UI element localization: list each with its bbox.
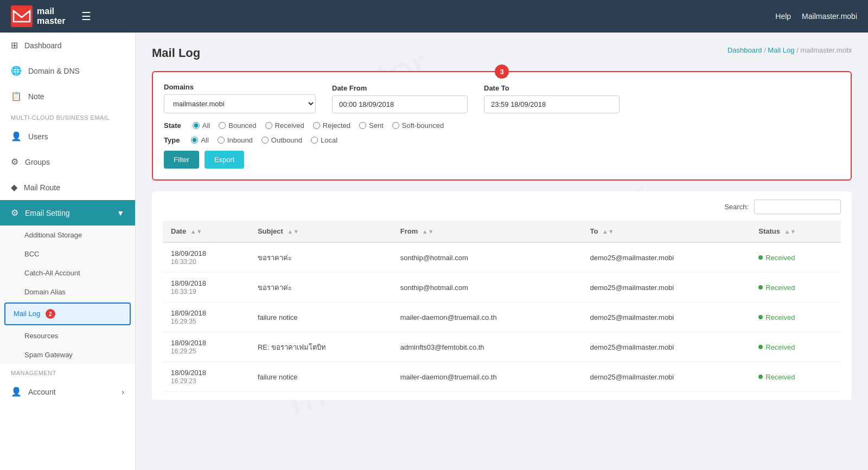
state-sent-radio[interactable] [359, 122, 366, 129]
cell-date: 18/09/201816:33:19 [163, 273, 250, 302]
type-local[interactable]: Local [311, 136, 337, 144]
type-inbound[interactable]: Inbound [218, 136, 253, 144]
cell-date: 18/09/201816:33:20 [163, 242, 250, 273]
date-to-group: Date To [484, 84, 620, 113]
filter-button[interactable]: Filter [164, 151, 199, 169]
state-soft-bounced-radio[interactable] [392, 122, 399, 129]
domains-select[interactable]: mailmaster.mobi [164, 94, 316, 113]
state-label: State [164, 121, 181, 130]
sort-subject-icon: ▲▼ [287, 228, 299, 235]
note-icon: 📋 [11, 91, 22, 101]
breadcrumb-current: mailmaster.mobi [800, 46, 852, 54]
cell-from: adminfts03@femtobit.co.th [392, 332, 582, 362]
sidebar-item-users[interactable]: 👤 Users [0, 124, 135, 149]
mail-log-active-container: Mail Log 2 [4, 302, 131, 325]
table-body: 18/09/201816:33:20 ขอราคาค่ะ sonthip@hot… [163, 242, 841, 392]
mail-route-icon: ◆ [11, 182, 17, 192]
email-setting-submenu: Additional Storage BCC Catch-All Account… [0, 226, 135, 364]
state-received[interactable]: Received [265, 121, 304, 130]
breadcrumb-dashboard[interactable]: Dashboard [727, 46, 762, 54]
state-received-radio[interactable] [265, 122, 272, 129]
submenu-spam-gateway[interactable]: Spam Gateway [0, 345, 135, 364]
state-bounced-radio[interactable] [219, 122, 226, 129]
sidebar-item-label: Mail Route [24, 183, 60, 192]
state-soft-bounced[interactable]: Soft-bounced [392, 121, 444, 130]
col-subject[interactable]: Subject ▲▼ [250, 221, 392, 242]
sidebar-item-dashboard[interactable]: ⊞ Dashboard [0, 33, 135, 58]
account-icon: 👤 [11, 387, 22, 397]
cell-subject: failure notice [250, 362, 392, 392]
type-inbound-radio[interactable] [218, 137, 225, 144]
type-outbound[interactable]: Outbound [261, 136, 302, 144]
cell-status: Received [750, 273, 841, 302]
type-all[interactable]: All [191, 136, 208, 144]
users-icon: 👤 [11, 131, 22, 141]
sidebar-item-label: Account [28, 388, 56, 396]
state-all-radio[interactable] [193, 122, 200, 129]
sidebar-item-note[interactable]: 📋 Note [0, 83, 135, 109]
submenu-domain-alias[interactable]: Domain Alias [0, 282, 135, 301]
table-header: Date ▲▼ Subject ▲▼ From ▲▼ [163, 221, 841, 242]
hamburger-icon[interactable]: ☰ [81, 10, 91, 23]
filter-box: 3 Domains mailmaster.mobi Date From Date… [152, 71, 852, 181]
sort-status-icon: ▲▼ [784, 228, 796, 235]
date-to-input[interactable] [484, 95, 620, 113]
domains-group: Domains mailmaster.mobi [164, 83, 316, 113]
state-rejected-radio[interactable] [313, 122, 320, 129]
export-button[interactable]: Export [205, 151, 245, 169]
type-local-radio[interactable] [311, 137, 318, 144]
state-rejected[interactable]: Rejected [313, 121, 350, 130]
sidebar-item-label: Email Setting [25, 209, 69, 217]
search-input[interactable] [754, 199, 841, 214]
state-all[interactable]: All [193, 121, 210, 130]
cell-subject: RE: ขอราคาเฟมโตบิท [250, 332, 392, 362]
cell-to: demo25@mailmaster.mobi [582, 273, 750, 302]
sidebar-item-groups[interactable]: ⚙ Groups [0, 149, 135, 175]
cell-subject: failure notice [250, 302, 392, 332]
cell-subject: ขอราคาค่ะ [250, 273, 392, 302]
col-from[interactable]: From ▲▼ [392, 221, 582, 242]
sidebar-item-account[interactable]: 👤 Account › [0, 379, 135, 404]
col-to[interactable]: To ▲▼ [582, 221, 750, 242]
domain-icon: 🌐 [11, 66, 22, 76]
cell-from: sonthip@hotmail.com [392, 242, 582, 273]
groups-icon: ⚙ [11, 157, 18, 167]
cell-from: sonthip@hotmail.com [392, 273, 582, 302]
logo-icon [11, 5, 33, 27]
submenu-additional-storage[interactable]: Additional Storage [0, 226, 135, 244]
cell-from: mailer-daemon@truemail.co.th [392, 302, 582, 332]
help-link[interactable]: Help [775, 12, 791, 21]
sidebar-item-email-setting[interactable]: ⚙ Email Setting ▼ [0, 200, 135, 226]
sidebar-item-label: Domain & DNS [28, 67, 80, 75]
cell-from: mailer-daemon@truemail.co.th [392, 362, 582, 392]
table-row: 18/09/201816:33:19 ขอราคาค่ะ sonthip@hot… [163, 273, 841, 302]
cell-to: demo25@mailmaster.mobi [582, 332, 750, 362]
sidebar-item-mail-route[interactable]: ◆ Mail Route [0, 175, 135, 200]
submenu-resources[interactable]: Resources [0, 326, 135, 345]
col-date[interactable]: Date ▲▼ [163, 221, 250, 242]
filter-row-top: Domains mailmaster.mobi Date From Date T… [164, 83, 840, 113]
cell-status: Received [750, 332, 841, 362]
state-bounced[interactable]: Bounced [219, 121, 256, 130]
email-setting-icon: ⚙ [11, 208, 18, 218]
date-to-label: Date To [484, 84, 620, 92]
submenu-mail-log[interactable]: Mail Log 2 [5, 304, 130, 324]
state-sent[interactable]: Sent [359, 121, 384, 130]
mail-log-badge: 2 [46, 309, 55, 319]
sidebar-item-domain-dns[interactable]: 🌐 Domain & DNS [0, 58, 135, 83]
type-all-radio[interactable] [191, 137, 198, 144]
section-label-management: Management [0, 364, 135, 379]
sidebar: ⊞ Dashboard 🌐 Domain & DNS 📋 Note Multi-… [0, 33, 136, 470]
submenu-bcc[interactable]: BCC [0, 244, 135, 263]
type-outbound-radio[interactable] [261, 137, 269, 144]
col-status[interactable]: Status ▲▼ [750, 221, 841, 242]
cell-status: Received [750, 362, 841, 392]
sidebar-item-label: Note [28, 92, 44, 101]
table-row: 18/09/201816:33:20 ขอราคาค่ะ sonthip@hot… [163, 242, 841, 273]
breadcrumb-maillog[interactable]: Mail Log [768, 46, 794, 54]
site-link[interactable]: Mailmaster.mobi [802, 12, 857, 21]
search-label: Search: [724, 203, 749, 211]
breadcrumb: Dashboard / Mail Log / mailmaster.mobi [727, 46, 852, 54]
date-from-input[interactable] [332, 95, 468, 113]
submenu-catch-all[interactable]: Catch-All Account [0, 263, 135, 282]
